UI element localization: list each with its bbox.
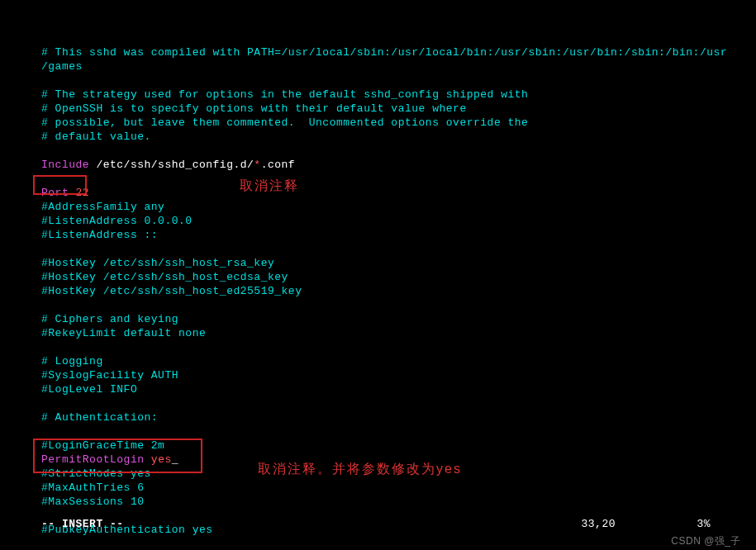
cursor: _ [172,453,178,466]
port-keyword: Port [41,187,69,199]
config-line: #ListenAddress :: [41,229,756,243]
config-line: # possible, but leave them commented. Un… [41,116,756,130]
vim-percent: 3% [697,518,711,532]
config-line: #RekeyLimit default none [41,327,756,341]
annotation-uncomment-1: 取消注释 [240,178,299,195]
vim-mode: -- INSERT -- [41,518,124,532]
config-line: #HostKey /etc/ssh/ssh_host_ecdsa_key [41,271,756,285]
blank-line [41,299,756,313]
config-line: #LoginGraceTime 2m [41,439,756,453]
permitroot-keyword: PermitRootLogin [41,453,145,466]
config-line: #AddressFamily any [41,201,756,215]
config-line: # Authentication: [41,411,756,425]
config-line: #HostKey /etc/ssh/ssh_host_ed25519_key [41,285,756,299]
config-line: #LogLevel INFO [41,383,756,397]
vim-status-bar: -- INSERT -- 33,20 3% [41,518,739,532]
annotation-uncomment-2: 取消注释。并将参数修改为yes [258,461,462,478]
config-line: #MaxAuthTries 6 [41,481,756,495]
include-path: /etc/ssh/sshd_config.d/ [89,159,254,171]
config-line: #HostKey /etc/ssh/ssh_host_rsa_key [41,257,756,271]
blank-line [41,173,756,187]
config-line: /games [41,60,756,74]
blank-line [41,74,756,88]
config-line: # default value. [41,130,756,145]
include-glob: * [254,159,260,171]
port-value: 22 [69,187,89,199]
terminal-editor[interactable]: # This sshd was compiled with PATH=/usr/… [0,0,756,538]
config-line: # OpenSSH is to specify options with the… [41,102,756,116]
include-keyword: Include [41,159,89,171]
vim-position: 33,20 [581,518,616,532]
blank-line [41,341,756,355]
include-ext: .conf [261,159,296,171]
config-line: #ListenAddress 0.0.0.0 [41,215,756,229]
config-line: # This sshd was compiled with PATH=/usr/… [41,46,756,60]
config-line: # The strategy used for options in the d… [41,88,756,102]
blank-line [41,243,756,257]
config-line: # Logging [41,355,756,369]
blank-line [41,397,756,411]
config-line: #SyslogFacility AUTH [41,369,756,383]
config-line: #MaxSessions 10 [41,495,756,510]
permitroot-value: yes [145,453,172,466]
blank-line [41,425,756,439]
config-line: # Ciphers and keying [41,313,756,327]
blank-line [41,145,756,159]
port-line: Port 22 [41,187,756,201]
watermark: CSDN @强_子 [671,535,741,548]
include-line: Include /etc/ssh/sshd_config.d/*.conf [41,159,756,173]
